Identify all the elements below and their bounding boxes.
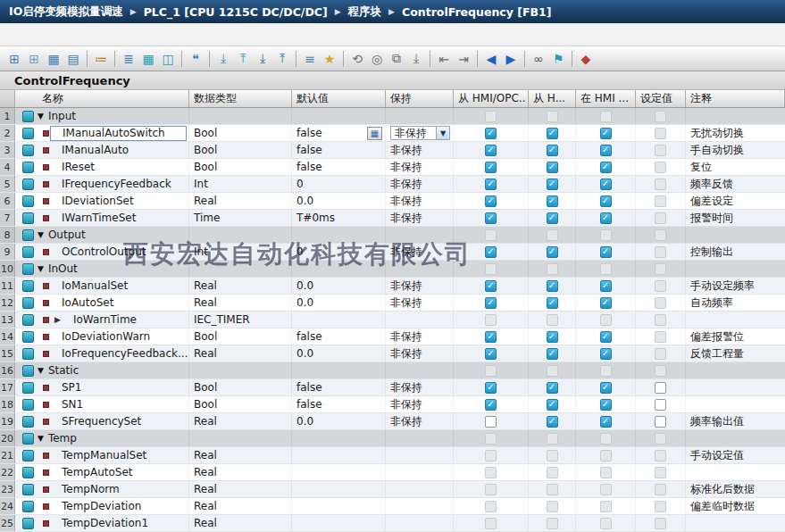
retain-cell[interactable]: 非保持 <box>386 142 454 158</box>
insert-parameter-icon[interactable]: ▦ <box>45 50 63 68</box>
name-cell[interactable]: IManualAutoSwitch <box>15 125 189 141</box>
from-hmi-checkbox[interactable]: ✓ <box>547 179 558 190</box>
reset-start-values-icon[interactable]: ≔ <box>92 50 110 68</box>
visible-hmi-checkbox[interactable]: ✓ <box>600 416 612 428</box>
row-number[interactable]: 12 <box>0 295 15 311</box>
from-hmi-checkbox[interactable]: ✓ <box>547 246 558 258</box>
default-value-cell[interactable]: false <box>292 396 386 412</box>
row-number[interactable]: 24 <box>0 498 15 514</box>
comment-cell[interactable]: 复位 <box>686 159 785 175</box>
row-number[interactable]: 25 <box>0 515 15 531</box>
visible-hmi-checkbox[interactable]: ✓ <box>600 145 612 156</box>
setpoint-checkbox[interactable] <box>655 399 666 411</box>
column-header-6[interactable]: 在 HMI ... <box>576 90 636 107</box>
default-value-cell[interactable] <box>292 498 386 514</box>
retain-cell[interactable]: 非保持 <box>386 328 454 345</box>
default-value-cell[interactable]: 0.0 <box>292 278 386 294</box>
default-value-cell[interactable] <box>292 515 386 531</box>
breadcrumb-item[interactable]: ControlFrequency [FB1] <box>402 5 551 19</box>
hmi-opc-checkbox[interactable]: ✓ <box>485 331 497 343</box>
from-hmi-checkbox[interactable]: ✓ <box>547 212 558 224</box>
copy-snapshot-icon[interactable]: ⧉ <box>388 50 405 68</box>
add-row-icon[interactable]: ⊞ <box>25 50 43 68</box>
comment-cell[interactable]: 手动设定值 <box>686 447 785 463</box>
row-number[interactable]: 7 <box>0 210 15 226</box>
name-cell[interactable]: IoManualSet <box>15 278 189 294</box>
name-cell[interactable]: IFrequencyFeedback <box>15 176 189 192</box>
visible-hmi-checkbox[interactable]: ✓ <box>600 179 612 190</box>
retain-cell[interactable]: 非保持 <box>386 210 454 226</box>
row-number[interactable]: 3 <box>0 142 15 158</box>
hmi-opc-checkbox[interactable]: ✓ <box>485 399 497 411</box>
data-type-cell[interactable]: Real <box>189 413 292 429</box>
column-header-4[interactable]: 从 HMI/OPC.. <box>454 90 529 107</box>
name-cell[interactable]: ▼Output <box>15 227 189 243</box>
data-type-cell[interactable]: Bool <box>189 328 292 345</box>
data-view-icon[interactable]: ▦ <box>139 50 157 68</box>
default-value-cell[interactable]: 0 <box>292 244 386 260</box>
row-number[interactable]: 6 <box>0 193 15 209</box>
retain-cell[interactable] <box>386 464 454 480</box>
retain-cell[interactable]: 非保持 <box>386 379 454 395</box>
from-hmi-checkbox[interactable]: ✓ <box>547 382 558 394</box>
default-value-cell[interactable]: 0.0 <box>292 413 386 429</box>
table-row[interactable]: 12IoAutoSetReal0.0非保持✓✓✓自动频率 <box>0 295 785 312</box>
name-cell[interactable]: TempAutoSet <box>15 464 189 480</box>
data-type-cell[interactable]: Bool <box>189 125 292 141</box>
retain-cell[interactable]: 非保持 <box>386 396 454 412</box>
table-row[interactable]: 7IWarnTimeSetTimeT#0ms非保持✓✓✓报警时间 <box>0 210 785 227</box>
hmi-opc-checkbox[interactable]: ✓ <box>485 212 497 224</box>
row-number[interactable]: 15 <box>0 345 15 362</box>
visible-hmi-checkbox[interactable]: ✓ <box>600 212 612 224</box>
insert-row-icon[interactable]: ⊞ <box>5 50 23 68</box>
visible-hmi-checkbox[interactable]: ✓ <box>600 162 612 173</box>
collapse-triangle-icon[interactable]: ▼ <box>38 264 44 273</box>
retain-dropdown[interactable]: 非保持▼ <box>390 126 450 140</box>
expand-triangle-icon[interactable]: ▶ <box>54 315 61 324</box>
comment-cell[interactable]: 频率反馈 <box>686 176 785 192</box>
retain-cell[interactable] <box>386 447 454 463</box>
table-row[interactable]: 6IDeviationSetReal0.0非保持✓✓✓偏差设定 <box>0 193 785 210</box>
data-type-cell[interactable]: Real <box>189 278 292 294</box>
column-header-1[interactable]: 数据类型 <box>189 90 292 107</box>
setpoint-checkbox[interactable] <box>655 382 666 394</box>
data-type-cell[interactable]: Real <box>189 345 292 362</box>
data-type-cell[interactable]: Real <box>189 481 292 497</box>
row-number[interactable]: 4 <box>0 159 15 175</box>
default-value-cell[interactable]: 0.0 <box>292 295 386 311</box>
name-cell[interactable]: IoFrequencyFeedback... <box>15 345 189 362</box>
comment-icon[interactable]: ❝ <box>187 50 205 68</box>
comment-cell[interactable]: 控制输出 <box>686 244 785 260</box>
row-number[interactable]: 22 <box>0 464 15 480</box>
data-type-cell[interactable]: Real <box>189 498 292 514</box>
comment-cell[interactable]: 报警时间 <box>686 210 785 226</box>
default-value-cell[interactable]: T#0ms <box>292 210 386 226</box>
download-to-plc-icon[interactable]: ⤓ <box>214 50 232 68</box>
row-number[interactable]: 10 <box>0 261 15 277</box>
name-cell[interactable]: IDeviationSet <box>15 193 189 209</box>
table-row[interactable]: 2IManualAutoSwitchBoolfalse▦非保持▼✓✓✓无扰动切换 <box>0 125 785 142</box>
hmi-opc-checkbox[interactable]: ✓ <box>485 195 497 207</box>
retain-cell[interactable]: 非保持 <box>386 345 454 362</box>
visible-hmi-checkbox[interactable]: ✓ <box>600 128 612 139</box>
default-value-cell[interactable]: false <box>292 379 386 395</box>
data-type-cell[interactable]: Real <box>189 515 292 531</box>
name-cell[interactable]: TempDeviation <box>15 498 189 514</box>
row-number[interactable]: 23 <box>0 481 15 497</box>
favorites-list-icon[interactable]: ≡ <box>301 50 319 68</box>
expand-members-icon[interactable]: ⇤ <box>435 50 453 68</box>
hmi-opc-checkbox[interactable] <box>485 416 497 428</box>
default-value-cell[interactable]: 0.0 <box>292 345 386 362</box>
name-cell[interactable]: IReset <box>15 159 189 175</box>
row-number[interactable]: 16 <box>0 362 15 378</box>
table-row[interactable]: 4IResetBoolfalse非保持✓✓✓复位 <box>0 159 785 176</box>
row-number[interactable]: 20 <box>0 430 15 446</box>
retain-cell[interactable] <box>386 515 454 531</box>
retain-cell[interactable]: 非保持 <box>386 295 454 311</box>
from-hmi-checkbox[interactable]: ✓ <box>547 297 558 309</box>
append-parameter-icon[interactable]: ▤ <box>64 50 82 68</box>
retain-cell[interactable]: 非保持 <box>386 244 454 260</box>
table-row[interactable]: 14IoDeviationWarnBoolfalse非保持✓✓✓偏差报警位 <box>0 328 785 345</box>
monitor-backward-icon[interactable]: ◀ <box>482 50 500 68</box>
from-hmi-checkbox[interactable]: ✓ <box>547 348 558 360</box>
